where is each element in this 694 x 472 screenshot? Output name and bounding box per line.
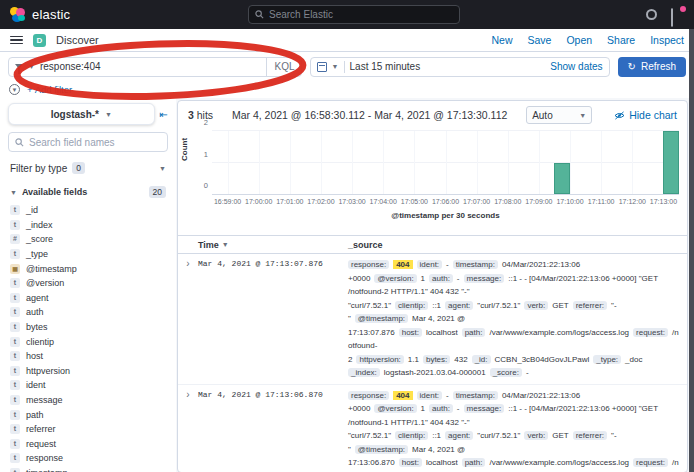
row-time: Mar 4, 2021 @ 17:13:07.876: [198, 258, 348, 380]
expand-row-icon[interactable]: ›: [178, 258, 198, 380]
y-tick-label: 2: [204, 118, 208, 127]
field-item-type[interactable]: t_type: [8, 247, 168, 262]
global-search-input[interactable]: Search Elastic: [248, 5, 460, 24]
field-name: ident: [26, 380, 46, 390]
expand-row-icon[interactable]: ›: [178, 389, 198, 472]
breadcrumb[interactable]: Discover: [56, 34, 99, 46]
nav-action-share[interactable]: Share: [607, 34, 635, 46]
available-fields-count: 20: [149, 186, 166, 198]
hide-chart-button[interactable]: Hide chart: [614, 109, 677, 121]
field-name: host: [26, 351, 43, 361]
refresh-button[interactable]: ↻ Refresh: [618, 57, 686, 77]
field-item-score[interactable]: #_score: [8, 232, 168, 247]
nav-action-open[interactable]: Open: [566, 34, 592, 46]
source-field-value: logstash-2021.03.04-000001: [384, 368, 486, 377]
source-field-value: GET: [552, 431, 568, 440]
field-item-timestamp[interactable]: ▦@timestamp: [8, 261, 168, 276]
chevron-down-icon: ▼: [579, 112, 586, 119]
histogram-bar[interactable]: [554, 163, 570, 195]
date-field-icon: ▦: [10, 264, 20, 274]
source-field-value: ::1: [432, 431, 441, 440]
nav-action-new[interactable]: New: [491, 34, 512, 46]
source-field-value: 1: [421, 274, 425, 283]
field-item-clientip[interactable]: tclientip: [8, 334, 168, 349]
highlighted-value: 404: [393, 391, 412, 400]
date-picker[interactable]: ▼ Last 15 minutes Show dates: [310, 57, 610, 77]
chevron-down-icon: ▼: [10, 189, 17, 196]
window-scrollbar[interactable]: [689, 29, 694, 472]
filter-by-type[interactable]: Filter by type 0 ▼: [8, 158, 168, 178]
field-item-httpversion[interactable]: thttpversion: [8, 364, 168, 379]
query-input[interactable]: ▼ response:404 KQL: [8, 57, 302, 77]
source-field-key: referrer:: [573, 301, 607, 310]
gridline-vertical: [508, 131, 509, 194]
available-fields-header[interactable]: ▼ Available fields 20: [8, 186, 168, 198]
text-field-icon: t: [10, 351, 20, 361]
chevron-down-icon: ▼: [105, 111, 112, 118]
gridline-vertical: [290, 131, 291, 194]
newsfeed-icon[interactable]: [671, 9, 684, 21]
source-field-key: _index:: [348, 368, 380, 377]
field-item-response[interactable]: tresponse: [8, 451, 168, 466]
source-field-key: @timestamp:: [355, 445, 408, 454]
collapse-sidebar-icon[interactable]: ⇤: [160, 109, 168, 120]
field-name: @timestamp: [26, 264, 77, 274]
table-rows: ›Mar 4, 2021 @ 17:13:07.876response:404i…: [178, 254, 687, 472]
field-search-input[interactable]: Search field names: [8, 132, 168, 152]
search-icon: [255, 10, 264, 19]
filter-options-icon[interactable]: ▼: [9, 84, 20, 95]
nav-action-inspect[interactable]: Inspect: [650, 34, 684, 46]
field-item-request[interactable]: trequest: [8, 437, 168, 452]
row-source: response:404ident:-timestamp:04/Mar/2021…: [348, 258, 687, 380]
documents-table: Time ▼ _source ›Mar 4, 2021 @ 17:13:07.8…: [178, 235, 687, 472]
gridline-vertical: [414, 131, 415, 194]
menu-icon[interactable]: [10, 36, 23, 45]
source-field-key: timestamp:: [453, 391, 498, 400]
field-item-auth[interactable]: tauth: [8, 305, 168, 320]
x-tick-label: 17:08:00: [494, 198, 521, 205]
index-pattern-select[interactable]: logstash-* ▼: [8, 103, 155, 125]
field-item-message[interactable]: tmessage: [8, 393, 168, 408]
field-name: auth: [26, 307, 44, 317]
add-filter-button[interactable]: + Add filter: [27, 84, 72, 95]
source-field-key: agent:: [445, 431, 473, 440]
discover-app-badge: D: [33, 34, 46, 47]
sort-descending-icon: ▼: [222, 241, 229, 248]
field-name: _id: [26, 205, 38, 215]
field-item-bytes[interactable]: tbytes: [8, 320, 168, 335]
field-item-referrer[interactable]: treferrer: [8, 422, 168, 437]
elastic-logo[interactable]: elastic: [10, 7, 70, 22]
time-column-header[interactable]: Time ▼: [198, 240, 348, 250]
x-tick-label: 17:13:00: [650, 198, 677, 205]
interval-select[interactable]: Auto ▼: [526, 106, 592, 124]
field-item-index[interactable]: t_index: [8, 218, 168, 233]
field-item-path[interactable]: tpath: [8, 407, 168, 422]
field-item-host[interactable]: thost: [8, 349, 168, 364]
field-item-timestamp[interactable]: ttimestamp: [8, 466, 168, 472]
x-tick-label: 17:05:00: [401, 198, 428, 205]
source-field-key: message:: [464, 274, 505, 283]
hide-chart-label: Hide chart: [629, 109, 677, 121]
source-field-value: localhost: [426, 328, 458, 337]
field-item-version[interactable]: t@version: [8, 276, 168, 291]
source-field-key: response:: [348, 391, 389, 400]
text-field-icon: t: [10, 410, 20, 420]
show-dates-button[interactable]: Show dates: [550, 61, 602, 72]
field-item-agent[interactable]: tagent: [8, 291, 168, 306]
query-language-button[interactable]: KQL: [266, 58, 295, 76]
text-field-icon: t: [10, 366, 20, 376]
gridline-vertical: [601, 131, 602, 194]
gridline-vertical: [632, 131, 633, 194]
field-name: request: [26, 439, 56, 449]
nav-action-save[interactable]: Save: [527, 34, 551, 46]
histogram-bar[interactable]: [663, 131, 679, 194]
y-tick-label: 0: [204, 181, 208, 190]
x-tick-label: 17:07:00: [463, 198, 490, 205]
source-field-value: -: [457, 404, 460, 413]
text-field-icon: t: [10, 205, 20, 215]
query-text: response:404: [40, 61, 261, 72]
help-icon[interactable]: [646, 9, 657, 20]
field-item-id[interactable]: t_id: [8, 203, 168, 218]
field-item-ident[interactable]: tident: [8, 378, 168, 393]
x-tick-label: 17:06:00: [432, 198, 459, 205]
